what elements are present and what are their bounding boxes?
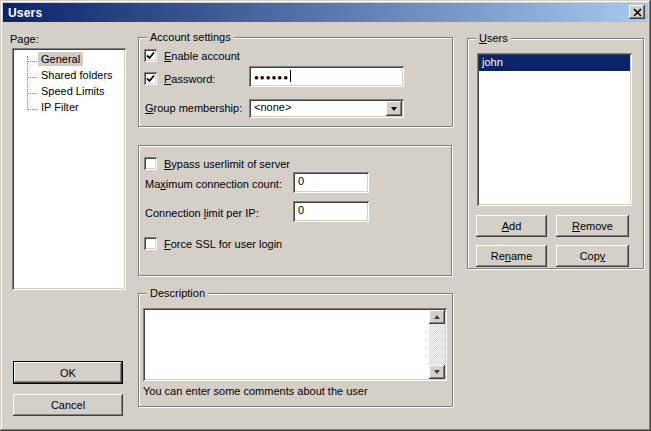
tree-branch-line: [27, 56, 28, 110]
arrow-up-icon: [434, 312, 440, 319]
password-value: ●●●●●●: [254, 73, 289, 82]
users-list[interactable]: john: [477, 53, 632, 206]
page-tree[interactable]: General Shared folders Speed Limits IP F…: [12, 48, 126, 290]
close-button[interactable]: [629, 5, 645, 19]
users-dialog: Users Page: General Shared folders Speed…: [0, 0, 651, 431]
tree-branch-line: [27, 109, 37, 110]
users-legend: Users: [476, 32, 511, 44]
connection-limit-input[interactable]: 0: [293, 201, 369, 222]
text-caret: [290, 70, 291, 82]
chevron-down-icon: [391, 107, 397, 114]
password-label: Password:: [164, 73, 215, 85]
window-title: Users: [3, 6, 42, 20]
remove-button[interactable]: Remove: [556, 215, 629, 237]
enable-account-label: Enable account: [164, 50, 240, 62]
dropdown-button[interactable]: [386, 101, 402, 116]
bypass-userlimit-checkbox[interactable]: [144, 157, 157, 170]
force-ssl-checkbox[interactable]: [144, 237, 157, 250]
enable-account-checkbox[interactable]: [144, 49, 157, 62]
titlebar[interactable]: Users: [3, 3, 648, 22]
scroll-up-button[interactable]: [429, 310, 445, 324]
connection-limit-value: 0: [298, 204, 304, 216]
max-connection-input[interactable]: 0: [293, 172, 369, 193]
close-icon: [633, 8, 642, 17]
force-ssl-label: Force SSL for user login: [164, 238, 282, 250]
group-users: Users john Add Remove Rename Copy: [467, 38, 644, 269]
password-checkbox[interactable]: [144, 72, 157, 85]
connection-limit-label: Connection limit per IP:: [145, 207, 259, 219]
tree-branch-line: [27, 77, 37, 78]
copy-button[interactable]: Copy: [556, 245, 629, 267]
group-description: Description You can enter some comments …: [138, 293, 453, 407]
max-connection-value: 0: [298, 175, 304, 187]
tree-item-general[interactable]: General: [38, 52, 83, 66]
add-button[interactable]: Add: [476, 215, 547, 237]
check-icon: [144, 49, 157, 62]
rename-button[interactable]: Rename: [476, 245, 547, 267]
group-membership-value: <none>: [254, 101, 291, 113]
list-item-john[interactable]: john: [479, 55, 630, 71]
tree-item-shared-folders[interactable]: Shared folders: [38, 68, 116, 82]
bypass-userlimit-label: Bypass userlimit of server: [164, 158, 290, 170]
description-scrollbar[interactable]: [429, 310, 445, 379]
group-membership-select[interactable]: <none>: [249, 99, 404, 118]
tree-branch-line: [27, 93, 37, 94]
group-membership-label: Group membership:: [145, 102, 242, 114]
tree-branch-line: [27, 61, 37, 62]
arrow-down-icon: [434, 370, 440, 377]
description-textarea[interactable]: [143, 308, 447, 381]
page-label: Page:: [10, 33, 39, 45]
password-input[interactable]: ●●●●●●: [249, 66, 404, 87]
tree-item-ip-filter[interactable]: IP Filter: [38, 100, 82, 114]
max-connection-label: Maximum connection count:: [145, 178, 282, 190]
check-icon: [144, 72, 157, 85]
ok-button[interactable]: OK: [13, 361, 123, 384]
cancel-button[interactable]: Cancel: [13, 394, 123, 416]
scroll-down-button[interactable]: [429, 365, 445, 379]
group-account-settings: Account settings Enable account Password…: [138, 37, 453, 127]
group-connection-limits: Bypass userlimit of server Maximum conne…: [138, 145, 452, 276]
tree-item-speed-limits[interactable]: Speed Limits: [38, 84, 108, 98]
description-hint: You can enter some comments about the us…: [143, 385, 368, 397]
account-settings-legend: Account settings: [147, 31, 234, 43]
description-legend: Description: [147, 287, 208, 299]
